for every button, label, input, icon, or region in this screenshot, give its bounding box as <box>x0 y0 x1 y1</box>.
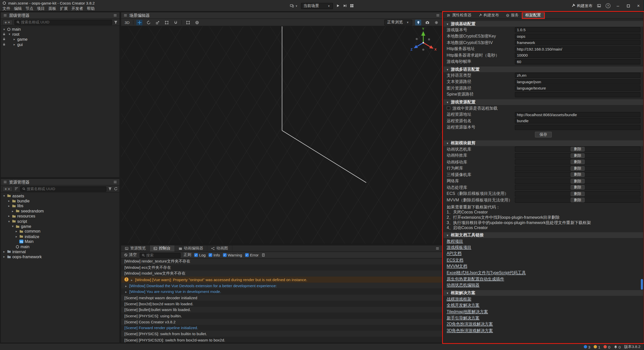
link-animator-editor[interactable]: 动画状态机编辑器 <box>447 283 480 288</box>
scene-gear-button[interactable] <box>433 20 439 25</box>
create-asset-button[interactable]: + <box>3 186 13 191</box>
log-count-badge[interactable]: 3 <box>584 344 590 349</box>
expand-arrow-icon[interactable] <box>3 27 6 31</box>
remote-bundle-input[interactable] <box>515 118 640 123</box>
menu-item-help[interactable]: 帮助 <box>87 6 95 11</box>
preview-target-button[interactable] <box>290 4 298 8</box>
expand-arrow-icon[interactable] <box>3 255 6 259</box>
tree-node-game[interactable]: game <box>1 37 119 42</box>
image-res-path-input[interactable] <box>515 85 640 91</box>
checkbox-log[interactable]: ✓ <box>194 253 198 257</box>
menu-item-edit[interactable]: 编辑 <box>14 6 22 11</box>
play-button[interactable] <box>336 4 340 8</box>
menu-item-panel[interactable]: 面板 <box>49 6 56 11</box>
expand-arrow-icon[interactable] <box>8 32 11 36</box>
http-server-input[interactable] <box>515 46 640 52</box>
link-mvvm-doc[interactable]: MVVM文档 <box>447 264 467 269</box>
delete-button[interactable]: 删除 <box>571 153 584 158</box>
tab-property-inspector[interactable]: 属性检查器 <box>444 12 475 18</box>
expand-arrow-icon[interactable] <box>124 283 128 288</box>
frame-rate-input[interactable] <box>515 59 640 64</box>
scrollbar-thumb[interactable] <box>641 279 643 290</box>
delete-button[interactable]: 删除 <box>571 147 584 152</box>
log-row-info[interactable]: [Window] Download the Vue Devtools exten… <box>121 283 442 289</box>
link-chess-framework[interactable]: 战棋游戏框架 <box>447 296 471 302</box>
section-resource-config[interactable]: 游戏资源配置 <box>444 99 643 105</box>
expand-arrow-icon[interactable] <box>15 235 18 238</box>
view-mode-select[interactable]: 正常浏览 <box>384 20 412 25</box>
asset-node-assets[interactable]: assets <box>1 193 119 198</box>
crypto-key-input[interactable] <box>515 33 640 39</box>
log-row[interactable]: [Window] ecs文件夹不存在 <box>121 265 442 271</box>
checkbox-warning[interactable]: ✓ <box>223 253 227 257</box>
tab-animation-graph[interactable]: 动画图 <box>207 245 232 251</box>
asset-node-internal[interactable]: internal <box>1 249 119 254</box>
link-tutorial-project[interactable]: 教程项目 <box>447 238 463 244</box>
close-button[interactable]: × <box>635 3 641 8</box>
minimize-button[interactable]: – <box>615 3 621 8</box>
remote-version-input[interactable] <box>515 125 640 130</box>
tab-asset-preview[interactable]: 资源预览 <box>121 245 150 251</box>
expand-arrow-icon[interactable] <box>7 199 11 203</box>
expand-arrow-icon[interactable] <box>130 277 133 282</box>
camera-settings-button[interactable] <box>424 20 430 25</box>
expand-arrow-icon[interactable] <box>11 209 14 213</box>
checkbox-info[interactable]: ✓ <box>209 253 212 257</box>
section-language-config[interactable]: 游戏多语言配置 <box>444 66 643 72</box>
console-search-input[interactable] <box>146 253 179 257</box>
log-row-info[interactable]: [Window] You are running Vue in developm… <box>121 289 442 295</box>
console-log-list[interactable]: [Window] render_texture文件夹不存在 [Window] e… <box>121 258 442 343</box>
log-row-warning[interactable]: ![Window] [Vue warn]: Property "onInput"… <box>121 277 442 283</box>
log-row[interactable]: [Scene] [PHYSICS]: using builtin. <box>121 313 442 319</box>
menu-item-extension[interactable]: 扩展 <box>60 6 68 11</box>
filter-error[interactable]: ✓Error <box>245 253 259 257</box>
spine-res-path-input[interactable] <box>515 92 640 97</box>
hierarchy-search-input[interactable] <box>21 20 110 24</box>
asset-node-initialize[interactable]: initialize <box>1 234 119 239</box>
asset-node-oops-framework[interactable]: oops-framework <box>1 254 119 259</box>
delete-button[interactable]: 删除 <box>571 192 584 196</box>
filter-icon[interactable] <box>114 20 118 24</box>
link-tiledmap-solution[interactable]: Tiledmap地图解决方案 <box>447 309 488 315</box>
export-log-button[interactable] <box>261 253 265 257</box>
log-row[interactable]: [Scene] meshopt wasm decoder initialized <box>121 295 442 301</box>
link-fullstack-solution[interactable]: 全栈开发解决方案 <box>447 302 480 308</box>
asset-node-common[interactable]: common <box>1 229 119 234</box>
tab-animation-editor[interactable]: 动画编辑器 <box>175 245 207 251</box>
filter-icon[interactable] <box>108 187 112 191</box>
maximize-button[interactable] <box>625 3 631 8</box>
step-button[interactable] <box>343 4 347 8</box>
log-row[interactable]: [Scene] [PHYSICS2D]: switch from box2d-w… <box>121 337 442 343</box>
tab-service[interactable]: 服务 <box>502 12 522 18</box>
world-local-toggle-button[interactable] <box>194 20 200 25</box>
panel-options-icon[interactable] <box>113 180 117 184</box>
filter-info[interactable]: ✓Info <box>209 253 220 257</box>
log-row[interactable]: [Scene] [bullet]:bullet wasm lib loaded. <box>121 307 442 313</box>
link-api-doc[interactable]: API文档 <box>447 251 462 257</box>
delete-button[interactable]: 删除 <box>571 172 584 177</box>
regex-toggle[interactable]: 正则 <box>184 252 191 258</box>
panel-options-icon[interactable] <box>436 247 439 250</box>
remote-address-input[interactable] <box>515 112 640 117</box>
log-row[interactable]: [Scene] [box2d]:box2d wasm lib loaded. <box>121 301 442 307</box>
delete-button[interactable]: 删除 <box>571 160 584 164</box>
asset-node-game[interactable]: game <box>1 224 119 229</box>
asset-node-libs[interactable]: libs <box>1 203 119 208</box>
log-row[interactable]: [Window] render_texture文件夹不存在 <box>121 258 442 265</box>
menu-item-node[interactable]: 节点 <box>25 6 33 11</box>
link-excel-tool[interactable]: Excel格式转Json文件与TypeScript代码工具 <box>447 270 526 276</box>
menu-item-developer[interactable]: 开发者 <box>71 6 83 11</box>
tree-node-gui[interactable]: gui <box>1 42 119 47</box>
sort-icon[interactable] <box>14 187 18 191</box>
link-template-project[interactable]: 游戏模板项目 <box>447 245 471 250</box>
clear-console-button[interactable]: 清空 <box>124 252 137 258</box>
asset-node-resources[interactable]: resources <box>1 214 119 219</box>
link-hotupdate-plugin[interactable]: 原生包热更新配置自动生成插件 <box>447 276 504 282</box>
asset-node-script[interactable]: script <box>1 219 119 224</box>
section-doc-links[interactable]: 框架文档工具链接 <box>444 232 643 238</box>
layout-button[interactable] <box>350 4 354 8</box>
log-row[interactable]: [Scene] [PHYSICS]: switch from builtin t… <box>121 331 442 337</box>
expand-arrow-icon[interactable] <box>11 225 14 228</box>
crypto-iv-input[interactable] <box>515 40 640 45</box>
save-button[interactable]: 保存 <box>535 132 552 138</box>
